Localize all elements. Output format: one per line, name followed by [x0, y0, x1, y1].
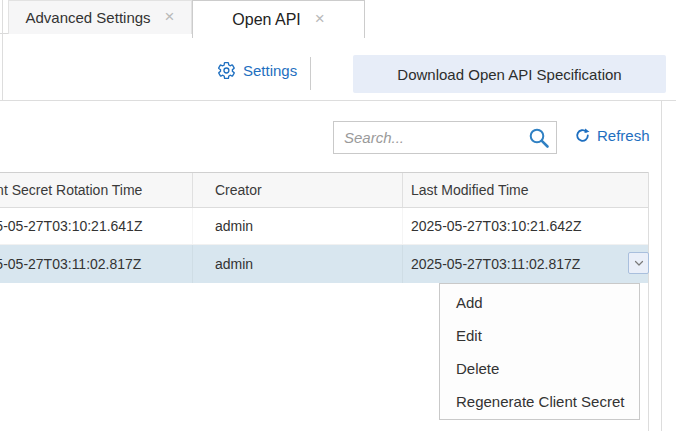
magnifier-icon[interactable]: [527, 126, 551, 150]
refresh-button-label: Refresh: [597, 127, 650, 144]
cell-rotation-time: 2025-05-27T03:11:02.817Z: [0, 256, 192, 272]
cell-creator: admin: [192, 245, 402, 283]
menu-item-regenerate-client-secret[interactable]: Regenerate Client Secret: [440, 385, 639, 418]
close-icon[interactable]: ×: [315, 10, 325, 27]
open-api-page: Advanced Settings × Open API × Settings …: [0, 0, 676, 431]
tab-advanced-settings-label: Advanced Settings: [25, 9, 150, 26]
tab-open-api-label: Open API: [232, 11, 301, 29]
row-actions-menu: Add Edit Delete Regenerate Client Secret: [439, 283, 640, 420]
table-row[interactable]: 2025-05-27T03:10:21.641Z admin 2025-05-2…: [0, 208, 648, 245]
settings-button[interactable]: Settings: [217, 61, 297, 80]
download-button-label: Download Open API Specification: [397, 66, 621, 83]
tab-open-api[interactable]: Open API ×: [192, 0, 365, 38]
cell-last-modified: 2025-05-27T03:10:21.642Z: [402, 208, 648, 244]
table-row-selected[interactable]: 2025-05-27T03:11:02.817Z admin 2025-05-2…: [0, 245, 648, 283]
settings-button-label: Settings: [243, 62, 297, 79]
cell-creator: admin: [192, 208, 402, 244]
panel-left-border: [2, 0, 3, 100]
search-box: [333, 121, 557, 154]
column-header-client-secret-rotation-time[interactable]: Client Secret Rotation Time: [0, 182, 192, 198]
column-header-last-modified-time[interactable]: Last Modified Time: [402, 173, 648, 207]
cell-last-modified: 2025-05-27T03:11:02.817Z: [402, 245, 648, 283]
column-header-creator[interactable]: Creator: [192, 173, 402, 207]
download-open-api-spec-button[interactable]: Download Open API Specification: [353, 55, 666, 93]
tab-advanced-settings[interactable]: Advanced Settings ×: [8, 0, 192, 34]
table-right-border: [648, 172, 649, 431]
table-header-row: Client Secret Rotation Time Creator Last…: [0, 172, 648, 208]
chevron-down-icon: [633, 257, 645, 269]
cell-rotation-time: 2025-05-27T03:10:21.641Z: [0, 218, 192, 234]
close-icon[interactable]: ×: [165, 8, 175, 25]
toolbar-divider: [310, 57, 311, 90]
row-actions-dropdown-button[interactable]: [628, 252, 649, 274]
panel-right-border: [661, 100, 662, 431]
search-input[interactable]: [334, 129, 527, 146]
refresh-button[interactable]: Refresh: [574, 127, 650, 144]
gear-icon: [217, 61, 236, 80]
menu-item-add[interactable]: Add: [440, 286, 639, 319]
menu-item-edit[interactable]: Edit: [440, 319, 639, 352]
panel-top-border: [0, 100, 676, 101]
menu-item-delete[interactable]: Delete: [440, 352, 639, 385]
refresh-circular-arrow-icon: [574, 127, 591, 144]
